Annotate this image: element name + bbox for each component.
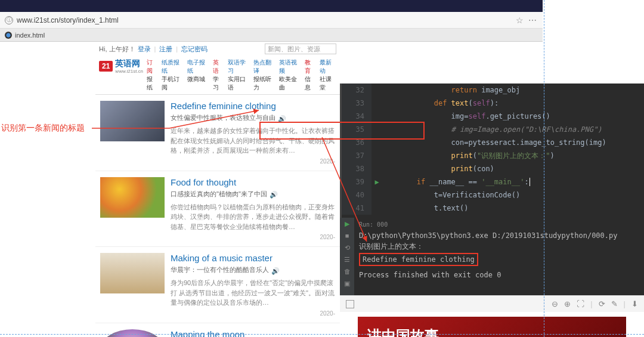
news-title[interactable]: Mapping the moon [171,329,335,338]
nav-item[interactable]: 英语学习 [213,58,224,92]
code-line[interactable]: 40 t=VerificationCode() [342,188,644,202]
nav-item[interactable]: 热点翻译报纸听力 [253,58,275,92]
news-title[interactable]: Making of a music master [171,253,335,263]
code-line[interactable]: 38 print(con) [342,162,644,175]
edit-icon[interactable]: ✎ [611,299,618,308]
audio-icon[interactable]: 🔊 [271,267,280,273]
nav-item[interactable]: 纸质报纸手机订阅 [162,58,184,92]
news-date: 2020- [171,310,335,317]
trash-button[interactable]: 🗑 [342,267,352,276]
bookmark-icon[interactable]: ☆ [516,16,524,25]
console-line: 识别图片上的文本： [359,241,639,252]
register-link[interactable]: 注册 [159,45,172,54]
tab-favicon [5,32,12,39]
zoomin-icon[interactable]: ⊕ [564,299,571,308]
news-thumb [100,329,165,338]
screen-button[interactable]: ▣ [342,279,352,288]
nav-item[interactable]: 双语学习实用口语 [228,58,250,92]
first-news-highlight-box [259,122,425,140]
tab-label[interactable]: index.html [15,32,45,39]
guide-line [544,0,544,337]
run-label: Run: 000 [359,220,639,229]
nav-item[interactable]: 最新动社课堂 [320,58,336,92]
news-title[interactable]: Food for thought [171,177,335,187]
forgot-link[interactable]: 忘记密码 [181,45,208,54]
ad-cn-text: 讲中国故事 [367,326,617,337]
code-editor[interactable]: 32 return image_obj33 def text(self):34 … [340,84,644,218]
nav-item[interactable]: 电子报纸微商城 [187,58,209,92]
url-text[interactable]: www.i21st.cn/story/index_1.html [17,16,516,24]
code-line[interactable]: 37 print("识别图片上的文本：") [342,149,644,162]
audio-icon[interactable]: 🔊 [270,191,278,197]
nav-item[interactable]: 订阅报纸 [147,58,158,92]
news-title[interactable]: Redefine feminine clothing [171,101,335,111]
console-panel: ▶ ■ ⟲ ☰ 🗑 ▣ Run: 000 D:\python\Python35\… [340,218,644,295]
browser-tabbar: index.html [0,29,543,42]
expand-icon[interactable]: ⛶ [577,299,584,308]
login-link[interactable]: 登录 [138,45,151,54]
code-line[interactable]: 39▶ if __name__ == '__main__': [342,175,644,188]
menu-icon[interactable]: ⋯ [528,16,538,25]
layout-button[interactable]: ☰ [342,255,352,264]
run-button[interactable]: ▶ [342,219,352,228]
console-result-highlight: Redefine feminine clothing [359,253,478,266]
header-nav: 21 英语网 www.i21st.cn 订阅报纸纸质报纸手机订阅电子报纸微商城英… [95,56,340,95]
news-thumb [100,253,165,293]
news-desc: 身为90后音乐人的华晨宇，曾经在"否定"的偏见中摸爬滚打 从选秀节目出道，他经历… [171,278,335,308]
console-line: D:\python\Python35\python3.exe D:/201910… [359,230,639,241]
logo-subtext: www.i21st.cn [115,69,143,74]
code-line[interactable]: 34 img=self.get_pictures() [342,110,644,123]
image-viewer-toolbar: ⊖ ⊕ ⛶ | ⟳ ✎ | ⬇ [340,295,644,312]
news-date: 2020- [171,158,335,165]
webpage-content: Hi, 上午好！ 登录 | 注册 | 忘记密码 新闻、图片、资源 21 英语网 … [95,42,340,337]
news-date: 2020- [171,234,335,240]
news-subtitle: 女性偏爱中性服装，表达独立与自由 🔊 [171,113,335,122]
download-icon[interactable]: ⬇ [631,299,638,308]
nav-item[interactable]: 英语视频欧美金曲 [279,58,301,92]
search-input[interactable]: 新闻、图片、资源 [265,44,336,54]
news-thumb [100,101,165,141]
guide-line [0,334,644,335]
news-item[interactable]: Making of a music master 华晨宇：一位有个性的酷酷音乐人… [95,247,340,323]
annotation-label: 识别第一条新闻的标题 [1,123,85,134]
console-exit: Process finished with exit code 0 [359,270,639,280]
console-output[interactable]: Run: 000 D:\python\Python35\python3.exe … [354,218,644,295]
audio-icon[interactable]: 🔊 [278,115,286,121]
logo-badge: 21 [99,61,113,72]
info-icon[interactable]: ⓘ [5,16,13,24]
code-line[interactable]: 41 t.text() [342,202,644,215]
news-subtitle: 口感接近真肉的"植物肉"来了中国 🔊 [171,190,335,199]
greeting-text: Hi, 上午好！ [99,45,135,54]
news-item[interactable]: Food for thought 口感接近真肉的"植物肉"来了中国 🔊 你尝过植… [95,171,340,248]
browser-addressbar: ⓘ www.i21st.cn/story/index_1.html ☆ ⋯ [0,12,543,29]
user-bar: Hi, 上午好！ 登录 | 注册 | 忘记密码 新闻、图片、资源 [95,42,340,56]
news-subtitle: 华晨宇：一位有个性的酷酷音乐人 🔊 [171,265,335,274]
news-item[interactable]: Mapping the moon 史上最完整月球地质图展示3D月球 🔊 日前，美… [95,323,340,338]
rerun-button[interactable]: ⟲ [342,243,352,252]
news-desc: 你尝过植物肉吗？以植物蛋白为原料的植物肉，正变身炸鸡块、汉堡肉、牛排的营养，逐步… [171,202,335,232]
news-thumb [100,177,165,218]
code-line[interactable]: 32 return image_obj [342,84,644,97]
zoomout-icon[interactable]: ⊖ [552,299,558,308]
logo-text: 英语网 [115,58,140,68]
site-logo[interactable]: 21 英语网 www.i21st.cn [99,58,143,74]
code-line[interactable]: 33 def text(self): [342,97,644,110]
window-titlebar [0,0,543,12]
refresh-icon[interactable]: ⟳ [599,299,605,308]
console-toolbar: ▶ ■ ⟲ ☰ 🗑 ▣ [340,218,354,295]
stop-button[interactable]: ■ [342,231,352,240]
nav-item[interactable]: 教育信息 [305,58,316,92]
thumbnail-icon[interactable] [346,300,354,308]
